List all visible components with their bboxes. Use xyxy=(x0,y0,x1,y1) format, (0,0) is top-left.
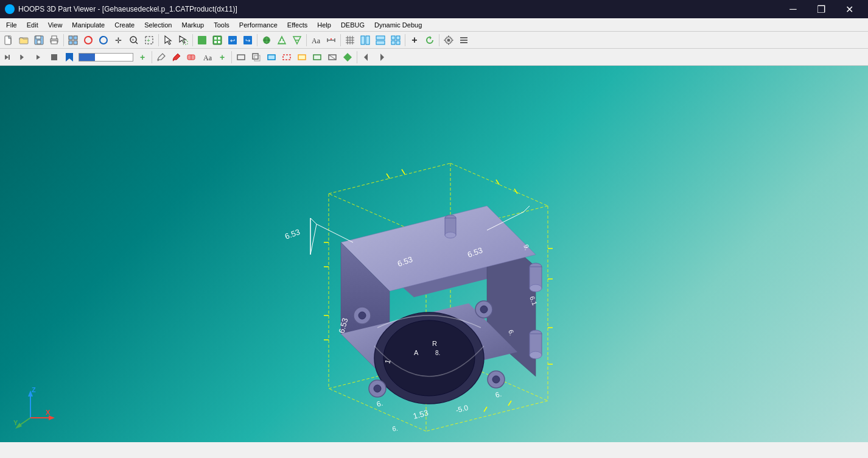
menu-performance[interactable]: Performance xyxy=(234,18,282,32)
menu-tools[interactable]: Tools xyxy=(209,18,234,32)
op-green1[interactable] xyxy=(195,33,209,48)
select-box-btn[interactable] xyxy=(176,33,191,48)
select-btn[interactable] xyxy=(161,33,175,48)
menu-edit[interactable]: Edit xyxy=(22,18,43,32)
play-back-btn[interactable] xyxy=(1,50,16,65)
grid-quad-btn[interactable] xyxy=(388,33,403,48)
svg-rect-4 xyxy=(36,36,41,39)
text-aa-btn[interactable]: Aa xyxy=(309,33,323,48)
title-bar-left: HOOPS 3D Part Viewer - [Gehaeusedeckel.p… xyxy=(5,4,237,14)
svg-text:Z: Z xyxy=(32,386,36,393)
svg-text:6.: 6. xyxy=(392,425,399,432)
settings-btn[interactable] xyxy=(441,33,456,48)
print-btn[interactable] xyxy=(47,33,61,48)
timeline-progress[interactable] xyxy=(79,53,133,62)
op-blue1[interactable]: ↩ xyxy=(225,33,240,48)
markup-rect4-btn[interactable] xyxy=(279,50,294,65)
menu-help[interactable]: Help xyxy=(312,18,336,32)
nav-arrow1-btn[interactable] xyxy=(275,33,289,48)
menu-effects[interactable]: Effects xyxy=(282,18,312,32)
stop-btn[interactable] xyxy=(47,50,61,65)
rotate-red-btn[interactable] xyxy=(81,33,96,48)
menu-file[interactable]: File xyxy=(1,18,22,32)
markup-rect7-btn[interactable] xyxy=(325,50,340,65)
app-minimize-btn[interactable]: ─ xyxy=(779,0,807,18)
viewport-3d[interactable]: 6.53 6.53 6.53 6.53 9. 6.1 6. 6. 1.53 -5… xyxy=(0,66,868,442)
markup-add-btn[interactable]: + xyxy=(215,50,229,65)
menu-dynamic-debug[interactable]: Dynamic Debug xyxy=(369,18,427,32)
svg-rect-83 xyxy=(298,55,306,60)
svg-text:Y: Y xyxy=(13,419,18,426)
svg-marker-87 xyxy=(343,53,352,62)
svg-line-143 xyxy=(310,218,317,224)
sep4 xyxy=(257,34,257,46)
svg-marker-21 xyxy=(165,36,171,44)
svg-rect-26 xyxy=(214,37,217,40)
svg-rect-60 xyxy=(391,41,395,44)
list-btn[interactable] xyxy=(457,33,471,48)
markup-rect5-btn[interactable] xyxy=(295,50,309,65)
markup-red-btn[interactable] xyxy=(169,50,184,65)
svg-point-138 xyxy=(530,351,542,359)
measure-btn[interactable] xyxy=(324,33,338,48)
reload-btn[interactable] xyxy=(422,33,437,48)
markup-rect3-btn[interactable] xyxy=(264,50,279,65)
menu-debug[interactable]: DEBUG xyxy=(336,18,369,32)
app-restore-btn[interactable]: ❐ xyxy=(807,0,835,18)
grid-lines-btn[interactable] xyxy=(343,33,357,48)
markup-text-btn[interactable]: Aa xyxy=(200,50,214,65)
sep9 xyxy=(152,51,152,63)
svg-line-116 xyxy=(484,407,487,412)
plus-btn[interactable]: + xyxy=(407,33,422,48)
menu-create[interactable]: Create xyxy=(110,18,139,32)
rotate-blue-btn[interactable] xyxy=(96,33,111,48)
app-close-btn[interactable]: ✕ xyxy=(835,0,863,18)
3d-part: 6.53 6.53 6.53 6.53 9. 6.1 6. 6. 1.53 -5… xyxy=(256,145,597,442)
markup-erase-btn[interactable] xyxy=(184,50,199,65)
menu-markup[interactable]: Markup xyxy=(177,18,209,32)
pan-btn[interactable]: ✛ xyxy=(111,33,126,48)
prev-frame-btn[interactable] xyxy=(16,50,31,65)
svg-text:6.: 6. xyxy=(494,390,502,400)
svg-rect-7 xyxy=(52,36,57,39)
play-forward-btn[interactable] xyxy=(32,50,46,65)
svg-rect-79 xyxy=(253,54,258,59)
grid-view-btn[interactable] xyxy=(358,33,373,48)
svg-text:↩: ↩ xyxy=(230,37,235,44)
toolbar-markup: + Aa + xyxy=(0,49,868,66)
svg-point-135 xyxy=(530,284,542,292)
menu-view[interactable]: View xyxy=(43,18,68,32)
menu-selection[interactable]: Selection xyxy=(139,18,177,32)
svg-rect-56 xyxy=(376,36,385,40)
svg-rect-59 xyxy=(396,36,400,40)
nav-arrow2-btn[interactable] xyxy=(290,33,304,48)
markup-rect6-btn[interactable] xyxy=(310,50,324,65)
sep7 xyxy=(405,34,405,46)
bookmark-btn[interactable] xyxy=(62,50,77,65)
nav-next-btn[interactable] xyxy=(374,50,389,65)
zoom-box-btn[interactable]: + xyxy=(142,33,156,48)
grid-btn[interactable] xyxy=(66,33,80,48)
new-btn[interactable] xyxy=(1,33,16,48)
svg-rect-12 xyxy=(74,41,77,44)
svg-point-132 xyxy=(492,376,500,383)
open-btn[interactable] xyxy=(16,33,31,48)
svg-rect-24 xyxy=(198,36,206,44)
nav-sphere-btn[interactable] xyxy=(259,33,274,48)
sep8 xyxy=(439,34,439,46)
save-session-btn[interactable] xyxy=(32,33,46,48)
op-blue2[interactable]: ↪ xyxy=(240,33,255,48)
markup-pen-btn[interactable] xyxy=(154,50,169,65)
svg-rect-55 xyxy=(366,36,369,44)
menu-manipulate[interactable]: Manipulate xyxy=(67,18,110,32)
markup-rect-btn[interactable] xyxy=(234,50,248,65)
nav-prev-btn[interactable] xyxy=(359,50,374,65)
op-green2[interactable] xyxy=(210,33,225,48)
markup-rect2-btn[interactable] xyxy=(249,50,264,65)
svg-text:Aa: Aa xyxy=(312,37,321,45)
sep1 xyxy=(63,34,64,46)
grid-split-btn[interactable] xyxy=(373,33,388,48)
zoom-window-btn[interactable]: + xyxy=(127,33,141,48)
add-keyframe-btn[interactable]: + xyxy=(135,50,150,65)
markup-diamond-btn[interactable] xyxy=(340,50,355,65)
